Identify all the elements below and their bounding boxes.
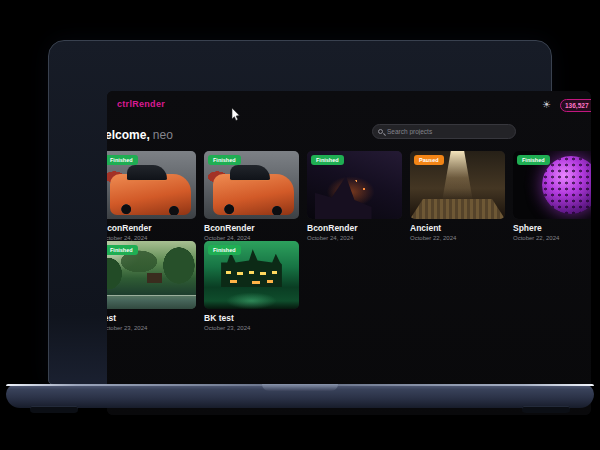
project-title: BconRender — [307, 223, 402, 233]
app-logo: ctrlRender — [117, 99, 165, 109]
project-card[interactable]: Finished BconRender October 24, 2024 — [204, 151, 299, 241]
project-thumbnail: Finished — [204, 151, 299, 219]
laptop-base — [6, 384, 594, 408]
mouse-cursor-icon — [231, 108, 240, 121]
laptop-screen: ctrlRender ☀ 136,527 Welcome,neo Finishe… — [107, 91, 591, 415]
credits-pill[interactable]: 136,527 — [560, 99, 591, 112]
project-title: Ancient — [410, 223, 505, 233]
project-title: test — [107, 313, 196, 323]
project-date: October 22, 2024 — [513, 235, 591, 241]
status-badge: Finished — [517, 155, 550, 165]
project-date: October 22, 2024 — [410, 235, 505, 241]
status-badge: Finished — [107, 245, 138, 255]
credits-value: 136,527 — [565, 102, 589, 109]
theme-toggle-sun-icon[interactable]: ☀ — [542, 100, 551, 110]
laptop-lid: ctrlRender ☀ 136,527 Welcome,neo Finishe… — [48, 40, 552, 385]
project-card[interactable]: Paused Ancient October 22, 2024 — [410, 151, 505, 241]
status-badge: Finished — [107, 155, 138, 165]
search-bar[interactable] — [372, 124, 516, 139]
project-title: BconRender — [107, 223, 196, 233]
welcome-username: neo — [153, 128, 173, 142]
project-card[interactable]: Finished test October 23, 2024 — [107, 241, 196, 331]
project-card[interactable]: Finished BconRender October 24, 2024 — [307, 151, 402, 241]
status-badge: Finished — [311, 155, 344, 165]
project-date: October 23, 2024 — [204, 325, 299, 331]
project-title: BconRender — [204, 223, 299, 233]
status-badge: Paused — [414, 155, 444, 165]
project-thumbnail: Finished — [307, 151, 402, 219]
project-title: BK test — [204, 313, 299, 323]
laptop-foot — [30, 406, 78, 413]
project-card[interactable]: Finished BK test October 23, 2024 — [204, 241, 299, 331]
project-card[interactable]: Finished BconRender October 24, 2024 — [107, 151, 196, 241]
welcome-greeting: Welcome, — [107, 128, 150, 142]
app-window: ctrlRender ☀ 136,527 Welcome,neo Finishe… — [107, 91, 591, 415]
project-date: October 23, 2024 — [107, 325, 196, 331]
base-notch — [262, 384, 338, 391]
project-date: October 24, 2024 — [307, 235, 402, 241]
project-title: Sphere — [513, 223, 591, 233]
welcome-heading: Welcome,neo — [107, 128, 173, 142]
laptop-foot — [522, 406, 570, 413]
project-thumbnail: Finished — [513, 151, 591, 219]
search-input[interactable] — [387, 128, 510, 135]
project-thumbnail: Finished — [107, 241, 196, 309]
status-badge: Finished — [208, 155, 241, 165]
project-thumbnail: Finished — [107, 151, 196, 219]
project-thumbnail: Paused — [410, 151, 505, 219]
search-icon — [378, 129, 383, 134]
status-badge: Finished — [208, 245, 241, 255]
project-card[interactable]: Finished Sphere October 22, 2024 — [513, 151, 591, 241]
project-thumbnail: Finished — [204, 241, 299, 309]
